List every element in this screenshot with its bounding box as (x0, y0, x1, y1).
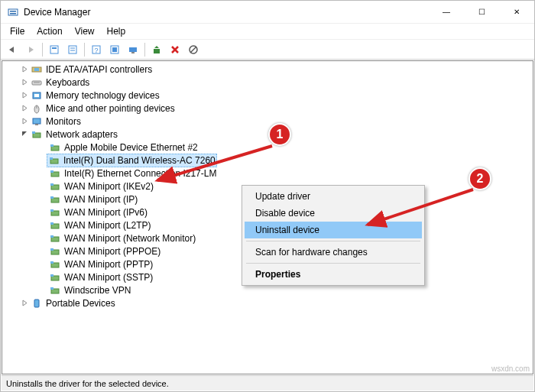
svg-rect-42 (50, 222, 54, 225)
menu-file[interactable]: File (4, 24, 31, 38)
svg-line-16 (190, 47, 196, 53)
category-icon (31, 102, 43, 115)
toolbar-btn-scan[interactable] (125, 41, 141, 58)
chevron-icon[interactable] (19, 77, 30, 88)
svg-rect-50 (50, 274, 54, 277)
chevron-icon[interactable] (19, 129, 30, 140)
chevron-icon[interactable] (19, 116, 30, 127)
statusbar: Uninstalls the driver for the selected d… (2, 375, 533, 390)
toolbar-btn-update[interactable] (148, 41, 165, 58)
tree-device[interactable]: Apple Mobile Device Ethernet #2 (2, 141, 533, 154)
annotation-badge-1: 1 (268, 123, 291, 146)
chevron-icon[interactable] (19, 90, 30, 101)
context-menu-separator (246, 263, 420, 264)
device-label: WAN Miniport (PPPOE) (64, 246, 160, 257)
tree-category[interactable]: Keyboards (2, 76, 533, 89)
maximize-button[interactable]: ☐ (464, 1, 499, 23)
close-button[interactable]: ✕ (499, 1, 534, 23)
device-label: WAN Miniport (SSTP) (64, 272, 153, 283)
back-button[interactable] (4, 41, 21, 58)
adapter-icon (49, 206, 61, 219)
toolbar-btn-disable[interactable] (185, 41, 202, 58)
toolbar-btn-uninstall[interactable] (167, 41, 183, 58)
device-label: Windscribe VPN (64, 285, 131, 296)
device-label: WAN Miniport (IPv6) (64, 207, 148, 218)
svg-rect-48 (50, 261, 54, 264)
svg-rect-26 (35, 124, 38, 125)
svg-rect-14 (154, 49, 160, 53)
adapter-icon (49, 284, 61, 296)
svg-rect-2 (10, 13, 16, 15)
toolbar-btn-2[interactable] (64, 41, 81, 58)
svg-rect-30 (50, 144, 54, 147)
category-icon (31, 297, 43, 309)
context-menu-item[interactable]: Scan for hardware changes (245, 244, 422, 261)
category-label: Portable Devices (46, 298, 115, 309)
watermark: wsxdn.com (491, 364, 530, 373)
device-label: WAN Miniport (Network Monitor) (64, 233, 196, 244)
category-icon (31, 76, 43, 89)
svg-rect-28 (32, 131, 35, 134)
svg-rect-11 (112, 47, 117, 52)
tree-device[interactable]: Intel(R) Dual Band Wireless-AC 7260 (2, 154, 533, 167)
chevron-icon[interactable] (19, 298, 30, 309)
device-label: WAN Miniport (L2TP) (64, 220, 151, 231)
svg-rect-38 (50, 196, 54, 199)
titlebar: Device Manager — ☐ ✕ (1, 1, 534, 24)
context-menu-item[interactable]: Uninstall device (245, 222, 422, 238)
toolbar-btn-1[interactable] (46, 41, 63, 58)
category-label: Keyboards (46, 77, 89, 88)
adapter-icon (49, 193, 61, 206)
svg-rect-13 (131, 52, 135, 53)
category-label: IDE ATA/ATAPI controllers (46, 64, 152, 75)
menu-help[interactable]: Help (101, 24, 132, 38)
category-label: Mice and other pointing devices (46, 103, 175, 114)
device-label: WAN Miniport (IKEv2) (64, 181, 154, 192)
adapter-icon (48, 154, 60, 167)
svg-rect-1 (10, 11, 16, 12)
context-menu-item[interactable]: Disable device (245, 205, 422, 222)
svg-rect-22 (34, 94, 39, 97)
svg-rect-18 (34, 68, 39, 71)
svg-rect-32 (50, 157, 53, 160)
menu-action[interactable]: Action (31, 24, 68, 38)
context-menu-separator (246, 241, 420, 241)
tree-category[interactable]: Network adapters (2, 128, 533, 141)
tree-category[interactable]: Mice and other pointing devices (2, 102, 533, 115)
toolbar-btn-4[interactable] (106, 41, 123, 58)
device-label: WAN Miniport (IP) (64, 194, 138, 205)
adapter-icon (49, 245, 61, 258)
menu-view[interactable]: View (69, 24, 101, 38)
svg-rect-34 (50, 170, 54, 173)
svg-rect-40 (50, 209, 54, 212)
svg-rect-0 (8, 9, 18, 15)
menubar: File Action View Help (1, 24, 534, 40)
tree-device[interactable]: Intel(R) Ethernet Connection I217-LM (2, 167, 533, 180)
adapter-icon (49, 232, 61, 245)
category-icon (31, 63, 43, 76)
minimize-button[interactable]: — (429, 1, 464, 23)
chevron-icon[interactable] (19, 64, 30, 75)
adapter-icon (49, 271, 61, 283)
toolbar-separator (42, 43, 43, 57)
tree-category[interactable]: Memory technology devices (2, 89, 533, 102)
context-menu: Update driverDisable deviceUninstall dev… (242, 185, 425, 286)
toolbar: ? (1, 40, 534, 60)
tree-category[interactable]: Monitors (2, 115, 533, 128)
tree-category[interactable]: Portable Devices (2, 296, 533, 309)
svg-rect-52 (50, 287, 54, 290)
forward-button[interactable] (22, 41, 39, 58)
toolbar-btn-help[interactable]: ? (88, 41, 105, 58)
tree-category[interactable]: IDE ATA/ATAPI controllers (2, 63, 533, 76)
category-label: Memory technology devices (46, 90, 160, 101)
svg-rect-36 (50, 183, 54, 186)
device-label: Apple Mobile Device Ethernet #2 (64, 142, 198, 153)
adapter-icon (49, 258, 61, 271)
svg-rect-44 (50, 235, 54, 238)
context-menu-item[interactable]: Update driver (245, 188, 422, 205)
svg-rect-5 (69, 46, 76, 53)
context-menu-item[interactable]: Properties (245, 266, 422, 283)
svg-rect-4 (52, 47, 57, 49)
chevron-icon[interactable] (19, 103, 30, 114)
svg-rect-3 (50, 46, 58, 53)
